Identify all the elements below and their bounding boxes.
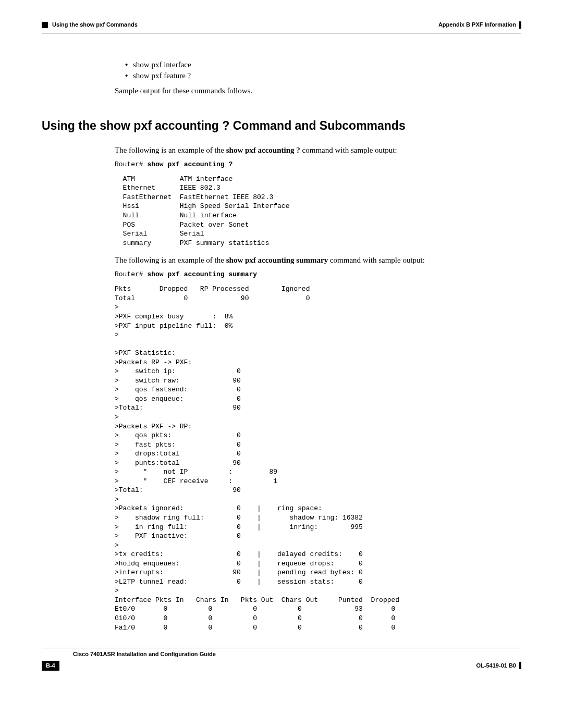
prompt2-command: show pxf accounting summary [147, 270, 257, 278]
prompt2-text: Router# [115, 270, 147, 278]
header-marker-icon [42, 22, 48, 28]
para1-suffix: command with sample output: [300, 146, 397, 154]
bullet-item: show pxf feature ? [125, 70, 521, 81]
output-block-2: Pkts Dropped RP Processed Ignored Total … [115, 285, 521, 632]
page-header: Using the show pxf Commands Appendix B P… [42, 21, 521, 29]
router-prompt-2: Router# show pxf accounting summary [115, 270, 521, 279]
doc-id: OL-5419-01 B0 [476, 662, 516, 670]
bullet-item: show pxf interface [125, 59, 521, 70]
para2-command: show pxf accounting summary [226, 256, 328, 264]
example-intro-1: The following is an example of the show … [115, 145, 521, 156]
sample-output-note: Sample output for these commands follows… [115, 85, 521, 96]
footer-guide-title: Cisco 7401ASR Installation and Configura… [73, 650, 521, 658]
section-heading: Using the show pxf accounting ? Command … [42, 117, 521, 134]
header-bar-icon [519, 21, 521, 29]
page-footer: B-4 OL-5419-01 B0 [42, 661, 521, 671]
output-block-1: ATM ATM interface Ethernet IEEE 802.3 Fa… [115, 175, 521, 248]
router-prompt-1: Router# show pxf accounting ? [115, 160, 521, 169]
command-bullets: show pxf interface show pxf feature ? [115, 59, 521, 81]
para1-prefix: The following is an example of the [115, 146, 226, 154]
prompt1-command: show pxf accounting ? [147, 161, 232, 168]
header-left: Using the show pxf Commands [42, 21, 138, 29]
page-number-badge: B-4 [42, 661, 59, 671]
para1-command: show pxf accounting ? [226, 146, 300, 154]
para2-suffix: command with sample output: [328, 256, 425, 264]
example-intro-2: The following is an example of the show … [115, 255, 521, 266]
footer-right: OL-5419-01 B0 [476, 662, 521, 670]
para2-prefix: The following is an example of the [115, 256, 226, 264]
header-right: Appendix B PXF Information [438, 21, 521, 29]
main-content: show pxf interface show pxf feature ? Sa… [115, 59, 521, 632]
header-rule [42, 33, 521, 33]
footer-bar-icon [519, 662, 521, 669]
footer-rule [42, 648, 521, 648]
prompt1-text: Router# [115, 161, 147, 168]
header-left-text: Using the show pxf Commands [52, 21, 138, 29]
header-right-text: Appendix B PXF Information [438, 21, 516, 29]
